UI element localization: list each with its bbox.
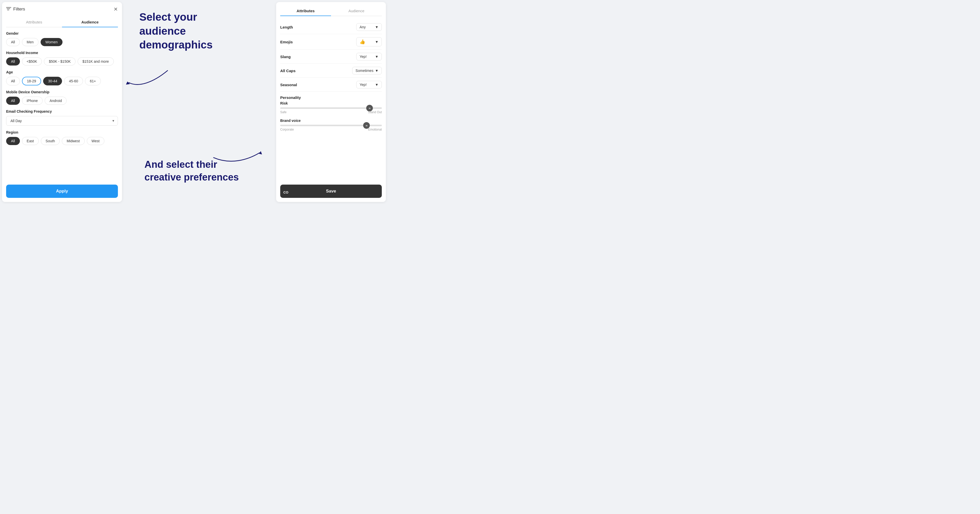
mobile-iphone-pill[interactable]: iPhone [22,97,43,105]
region-east-pill[interactable]: East [22,137,39,145]
mobile-android-pill[interactable]: Android [45,97,67,105]
slang-dropdown-arrow: ▼ [375,55,379,59]
age-section: Age All 18-29 30-44 45-60 61+ [6,70,118,86]
email-label: Email Checking Frequency [6,109,118,113]
right-panel: Attributes Audience Length Any ▼ Emojis … [276,2,386,202]
emojis-value: 👍 [360,39,365,44]
personality-section: Personality Risk Safe Stand Out Brand vo… [280,95,382,136]
region-pills: All East South Midwest West [6,137,118,145]
gender-all-pill[interactable]: All [6,38,20,46]
panel-header: Filters ✕ [6,6,118,14]
filters-title: Filters [6,6,25,12]
slang-value: Yep! [360,55,367,59]
left-tabs: Attributes Audience [6,17,118,27]
length-value: Any [360,25,366,29]
risk-slider-section: Risk Safe Stand Out [280,101,382,114]
risk-thumb[interactable] [366,105,373,111]
slang-label: Slang [280,55,291,59]
filters-icon [6,7,11,11]
age-pills: All 18-29 30-44 45-60 61+ [6,77,118,86]
gender-section: Gender All Men Women [6,31,118,46]
gender-label: Gender [6,31,118,35]
seasonal-dropdown-arrow: ▼ [375,82,379,87]
income-151k-pill[interactable]: $151K and more [78,57,114,65]
close-button[interactable]: ✕ [114,6,118,12]
length-label: Length [280,25,293,29]
svg-marker-0 [126,81,130,84]
region-midwest-pill[interactable]: Midwest [62,137,84,145]
age-18-29-pill[interactable]: 18-29 [22,77,41,86]
annotation-text-1: Select your audience demographics [139,10,236,52]
risk-label: Risk [280,101,382,105]
emojis-dropdown[interactable]: 👍 ▼ [356,37,382,46]
center-area: Select your audience demographics And se… [124,0,274,204]
brandvoice-thumb[interactable] [363,122,370,129]
emojis-label: Emojis [280,40,293,44]
gender-women-pill[interactable]: Women [41,38,62,46]
allcaps-row: All Caps Sometimes ▼ [280,64,382,78]
svg-marker-1 [259,151,262,154]
gender-men-pill[interactable]: Men [22,38,38,46]
region-south-pill[interactable]: South [41,137,60,145]
brandvoice-left-label: Corporate [280,128,294,131]
age-all-pill[interactable]: All [6,77,20,86]
annotation-text-2: And select their creative preferences [145,158,242,184]
age-61-plus-pill[interactable]: 61+ [85,77,101,86]
allcaps-label: All Caps [280,68,296,73]
allcaps-value: Sometimes [355,68,373,73]
mobile-pills: All iPhone Android [6,97,118,105]
length-dropdown-arrow: ▼ [375,25,379,29]
email-section: Email Checking Frequency All Day Morning… [6,109,118,126]
region-label: Region [6,130,118,134]
age-30-44-pill[interactable]: 30-44 [43,77,62,86]
avatar: CO [280,187,291,198]
emojis-row: Emojis 👍 ▼ [280,34,382,50]
right-tab-audience[interactable]: Audience [331,6,382,16]
tab-attributes[interactable]: Attributes [6,17,62,27]
income-50k-150k-pill[interactable]: $50K - $150K [44,57,76,65]
region-section: Region All East South Midwest West [6,130,118,145]
personality-title: Personality [280,95,382,100]
email-dropdown[interactable]: All Day Morning Evening Multiple Times [6,116,118,126]
brandvoice-track[interactable] [280,125,382,126]
income-pills: All <$50K $50K - $150K $151K and more [6,57,118,65]
allcaps-dropdown[interactable]: Sometimes ▼ [352,67,382,75]
brandvoice-slider-section: Brand voice Corporate Emotional [280,119,382,131]
risk-track[interactable] [280,107,382,109]
risk-slider-labels: Safe Stand Out [280,110,382,114]
slang-row: Slang Yep! ▼ [280,50,382,64]
right-tabs: Attributes Audience [280,6,382,16]
email-dropdown-wrapper: All Day Morning Evening Multiple Times ▼ [6,116,118,126]
mobile-section: Mobile Device Ownership All iPhone Andro… [6,90,118,105]
right-tab-attributes[interactable]: Attributes [280,6,331,16]
age-label: Age [6,70,118,74]
income-all-pill[interactable]: All [6,57,20,65]
region-west-pill[interactable]: West [87,137,105,145]
slang-dropdown[interactable]: Yep! ▼ [356,53,382,60]
seasonal-value: Yep! [360,82,367,87]
mobile-all-pill[interactable]: All [6,97,20,105]
income-section: Household Income All <$50K $50K - $150K … [6,51,118,65]
emojis-dropdown-arrow: ▼ [375,40,379,44]
allcaps-dropdown-arrow: ▼ [375,68,379,73]
mobile-label: Mobile Device Ownership [6,90,118,94]
tab-audience[interactable]: Audience [62,17,118,27]
income-lt50k-pill[interactable]: <$50K [22,57,42,65]
brandvoice-right-label: Emotional [368,128,382,131]
length-dropdown[interactable]: Any ▼ [356,23,382,31]
risk-left-label: Safe [280,110,286,114]
save-button[interactable]: Save [280,185,382,198]
seasonal-dropdown[interactable]: Yep! ▼ [356,81,382,89]
filters-label: Filters [13,6,25,12]
gender-pills: All Men Women [6,38,118,46]
apply-button[interactable]: Apply [6,185,118,198]
left-panel: Filters ✕ Attributes Audience Gender All… [2,2,122,202]
length-row: Length Any ▼ [280,20,382,34]
seasonal-label: Seasonal [280,82,297,87]
income-label: Household Income [6,51,118,55]
age-45-60-pill[interactable]: 45-60 [64,77,83,86]
seasonal-row: Seasonal Yep! ▼ [280,78,382,92]
region-all-pill[interactable]: All [6,137,20,145]
